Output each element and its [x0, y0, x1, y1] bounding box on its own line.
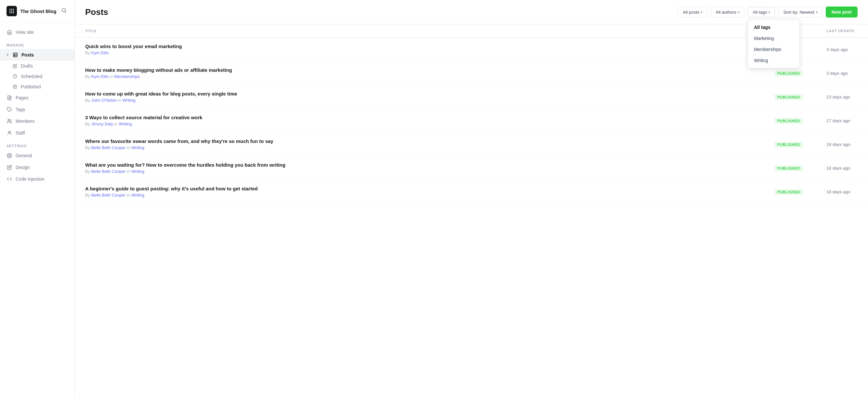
post-tag: Writing: [119, 122, 132, 126]
post-title: Where our favourite swear words came fro…: [85, 138, 753, 144]
svg-line-10: [65, 11, 66, 12]
post-author: Kym Ellis: [91, 74, 108, 79]
svg-rect-8: [13, 12, 14, 13]
members-icon: [6, 118, 12, 124]
status-badge: PUBLISHED: [774, 94, 803, 100]
post-meta: By Kym Ellis in Memberships: [85, 74, 753, 79]
sidebar-nav: View site MANAGE ▾ Posts Drafts: [0, 23, 74, 189]
all-authors-filter[interactable]: All authors ▾: [711, 7, 744, 18]
all-authors-chevron-icon: ▾: [738, 10, 740, 14]
post-author: Jimmy Daly: [91, 122, 113, 126]
post-author: Belle Beth Cooper: [91, 169, 126, 174]
sidebar-logo: The Ghost Blog: [6, 6, 57, 16]
post-title-cell: Where our favourite swear words came fro…: [75, 133, 764, 156]
post-meta: By Kym Ellis: [85, 51, 753, 55]
post-tag: Writing: [123, 98, 135, 103]
sidebar-item-tags[interactable]: Tags: [0, 104, 74, 115]
sort-filter[interactable]: Sort by: Newest ▾: [778, 7, 822, 18]
status-badge: PUBLISHED: [774, 165, 803, 171]
post-title: What are you waiting for? How to overcom…: [85, 162, 753, 168]
sidebar-item-general[interactable]: General: [0, 150, 74, 162]
post-author: John O'Nolan: [91, 98, 117, 103]
col-last-update: LAST UPDATE: [816, 24, 868, 38]
dropdown-item-memberships[interactable]: Memberships: [748, 44, 799, 55]
pages-label: Pages: [16, 95, 29, 100]
sidebar-item-staff[interactable]: Staff: [0, 127, 74, 139]
list-icon: [12, 84, 18, 89]
staff-label: Staff: [16, 130, 25, 135]
published-label: Published: [21, 84, 41, 89]
dropdown-item-marketing[interactable]: Marketing: [748, 33, 799, 44]
svg-rect-3: [9, 11, 10, 12]
sidebar-item-published[interactable]: Published: [0, 81, 74, 92]
table-row[interactable]: What are you waiting for? How to overcom…: [75, 156, 868, 180]
svg-rect-4: [11, 11, 12, 12]
post-author: Belle Beth Cooper: [91, 145, 126, 150]
table-row[interactable]: A beginner's guide to guest posting: why…: [75, 180, 868, 204]
all-authors-label: All authors: [716, 10, 736, 14]
sidebar-item-posts[interactable]: ▾ Posts: [0, 49, 74, 61]
sidebar-item-pages[interactable]: Pages: [0, 92, 74, 104]
post-update: 17 days ago: [816, 109, 868, 133]
post-title: A beginner's guide to guest posting: why…: [85, 186, 753, 191]
post-status-cell: PUBLISHED: [764, 85, 816, 109]
posts-icon: [12, 52, 18, 58]
sort-chevron-icon: ▾: [816, 10, 817, 14]
search-button[interactable]: [60, 6, 68, 15]
posts-table-container: TITLE LAST UPDATE Quick wins to boost yo…: [75, 24, 868, 397]
all-tags-chevron-icon: ▾: [769, 10, 770, 14]
post-title-cell: How to make money blogging without ads o…: [75, 61, 764, 85]
all-tags-filter[interactable]: All tags ▾: [748, 7, 775, 18]
all-posts-filter[interactable]: All posts ▾: [678, 7, 707, 18]
chevron-down-icon: ▾: [6, 53, 8, 57]
post-update: 3 days ago: [816, 61, 868, 85]
clock-icon: [12, 74, 18, 79]
table-row[interactable]: How to come up with great ideas for blog…: [75, 85, 868, 109]
new-post-button[interactable]: New post: [826, 6, 858, 18]
scheduled-label: Scheduled: [21, 74, 42, 79]
svg-rect-6: [9, 12, 10, 13]
dropdown-item-all-tags[interactable]: All tags: [748, 22, 799, 33]
manage-section-label: MANAGE: [0, 38, 74, 49]
post-tag: Writing: [131, 169, 144, 174]
sidebar-item-members[interactable]: Members: [0, 115, 74, 127]
sidebar-item-design[interactable]: Design: [0, 162, 74, 173]
status-badge: PUBLISHED: [774, 70, 803, 76]
svg-rect-1: [11, 9, 12, 10]
post-status-cell: PUBLISHED: [764, 109, 816, 133]
posts-children: Drafts Scheduled Published: [0, 61, 74, 92]
svg-point-24: [8, 131, 10, 133]
drafts-label: Drafts: [21, 63, 33, 69]
table-row[interactable]: 3 Ways to collect source material for cr…: [75, 109, 868, 133]
sidebar-item-view-site[interactable]: View site: [0, 26, 74, 38]
svg-rect-7: [11, 12, 12, 13]
svg-rect-11: [13, 53, 17, 57]
post-tag: Writing: [131, 145, 144, 150]
post-update: 3 days ago: [816, 38, 868, 61]
sidebar-item-scheduled[interactable]: Scheduled: [0, 71, 74, 81]
sidebar-item-drafts[interactable]: Drafts: [0, 61, 74, 71]
svg-rect-2: [13, 9, 14, 10]
svg-point-25: [9, 155, 10, 156]
dropdown-item-writing[interactable]: Writing: [748, 55, 799, 66]
post-update: 18 days ago: [816, 180, 868, 204]
sidebar-header: The Ghost Blog: [0, 0, 74, 23]
pages-icon: [6, 95, 12, 101]
sidebar-item-code-injection[interactable]: Code injection: [0, 173, 74, 185]
code-injection-label: Code injection: [16, 176, 44, 181]
post-update: 13 days ago: [816, 85, 868, 109]
post-title: How to make money blogging without ads o…: [85, 67, 753, 73]
table-row[interactable]: Where our favourite swear words came fro…: [75, 133, 868, 156]
header-controls: All posts ▾ All authors ▾ All tags ▾ All…: [678, 6, 858, 18]
svg-rect-5: [13, 11, 14, 12]
post-update: 18 days ago: [816, 156, 868, 180]
post-title-cell: Quick wins to boost your email marketing…: [75, 38, 764, 61]
sidebar: The Ghost Blog View site MANAGE ▾ Posts: [0, 0, 75, 397]
all-tags-filter-wrapper: All tags ▾ All tags Marketing Membership…: [748, 7, 775, 18]
members-label: Members: [16, 119, 34, 124]
post-title: How to come up with great ideas for blog…: [85, 91, 753, 97]
post-title: 3 Ways to collect source material for cr…: [85, 115, 753, 120]
post-title-cell: What are you waiting for? How to overcom…: [75, 156, 764, 180]
all-tags-label: All tags: [752, 10, 767, 14]
post-status-cell: PUBLISHED: [764, 180, 816, 204]
